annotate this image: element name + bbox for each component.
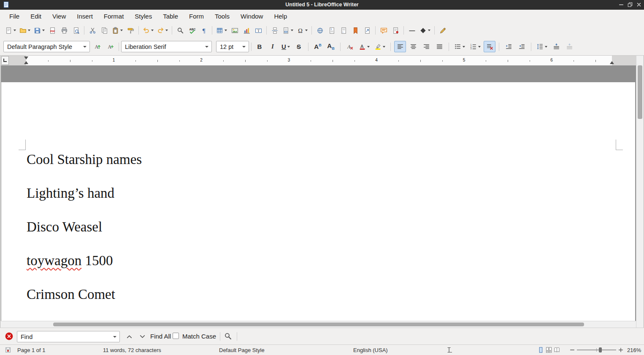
underline-button[interactable]: U: [280, 41, 292, 52]
spelling-button[interactable]: ABC: [186, 25, 198, 36]
insert-field-button[interactable]: [281, 25, 295, 36]
new-document-button[interactable]: [3, 25, 18, 36]
decrease-paragraph-spacing-button[interactable]: [563, 41, 575, 52]
dropdown-arrow-icon[interactable]: [151, 30, 154, 31]
align-right-button[interactable]: [420, 41, 432, 52]
insert-bookmark-button[interactable]: [349, 25, 361, 36]
save-button[interactable]: [32, 25, 46, 36]
close-find-bar-button[interactable]: [5, 332, 13, 340]
clone-formatting-button[interactable]: [124, 25, 136, 36]
open-button[interactable]: [18, 25, 32, 36]
insert-special-character-button[interactable]: Ω: [295, 25, 309, 36]
insert-page-break-button[interactable]: [269, 25, 281, 36]
dropdown-arrow-icon[interactable]: [42, 30, 45, 31]
horizontal-scrollbar[interactable]: [1, 321, 636, 328]
increase-indent-button[interactable]: [503, 41, 514, 52]
subscript-button[interactable]: AB: [325, 41, 337, 52]
find-previous-button[interactable]: [123, 331, 135, 342]
new-style-button[interactable]: A: [105, 41, 116, 52]
document-modified-icon[interactable]: [5, 347, 11, 353]
titlebar[interactable]: Untitled 5 - LibreOffice Writer: [0, 0, 644, 10]
cut-button[interactable]: [87, 25, 98, 36]
insert-comment-button[interactable]: [378, 25, 390, 36]
align-justify-button[interactable]: [433, 41, 445, 52]
document-text[interactable]: Cool Starship namesLighting’s handDisco …: [27, 151, 616, 320]
restore-button[interactable]: [627, 2, 633, 8]
horizontal-scrollbar-thumb[interactable]: [53, 323, 584, 326]
chevron-down-icon[interactable]: [205, 46, 208, 48]
paragraph[interactable]: Crimson Comet: [27, 286, 616, 303]
dropdown-arrow-icon[interactable]: [165, 30, 168, 31]
menu-insert[interactable]: Insert: [71, 10, 98, 23]
dropdown-arrow-icon[interactable]: [463, 46, 465, 48]
italic-button[interactable]: I: [267, 41, 279, 52]
font-color-button[interactable]: A: [357, 41, 371, 52]
formatting-marks-button[interactable]: ¶: [198, 25, 210, 36]
paragraph[interactable]: Disco Weasel: [27, 218, 616, 235]
minimize-button[interactable]: [618, 2, 624, 8]
insert-table-button[interactable]: [214, 25, 229, 36]
menu-tools[interactable]: Tools: [209, 10, 235, 23]
increase-paragraph-spacing-button[interactable]: [550, 41, 562, 52]
export-pdf-button[interactable]: PDF: [46, 25, 58, 36]
dropdown-arrow-icon[interactable]: [28, 30, 30, 31]
horizontal-ruler[interactable]: 123456: [1, 56, 636, 66]
update-style-button[interactable]: A: [92, 41, 103, 52]
insert-horizontal-line-button[interactable]: [406, 25, 418, 36]
menu-window[interactable]: Window: [235, 10, 268, 23]
dropdown-arrow-icon[interactable]: [383, 46, 385, 48]
paragraph-style-combo[interactable]: Default Paragraph Style: [3, 41, 90, 52]
bullet-list-button[interactable]: [452, 41, 467, 52]
zoom-slider-thumb[interactable]: [599, 347, 602, 352]
menu-styles[interactable]: Styles: [129, 10, 157, 23]
zoom-level[interactable]: 216%: [627, 347, 641, 353]
menu-view[interactable]: View: [47, 10, 71, 23]
find-next-button[interactable]: [136, 331, 148, 342]
find-input[interactable]: Find: [17, 331, 120, 342]
insert-text-box-button[interactable]: T: [252, 25, 264, 36]
align-left-button[interactable]: [394, 41, 406, 52]
dropdown-arrow-icon[interactable]: [367, 46, 370, 48]
tab-stop-selector[interactable]: [1, 56, 9, 65]
menu-file[interactable]: File: [4, 10, 25, 23]
find-all-button[interactable]: Find All: [150, 333, 171, 340]
dropdown-arrow-icon[interactable]: [120, 30, 123, 31]
dropdown-arrow-icon[interactable]: [545, 46, 547, 48]
ordered-list-button[interactable]: 1.2.3.: [468, 41, 482, 52]
dropdown-arrow-icon[interactable]: [14, 30, 16, 31]
vertical-scrollbar-thumb[interactable]: [638, 65, 642, 119]
insert-cross-reference-button[interactable]: [361, 25, 373, 36]
match-case-checkbox[interactable]: [173, 333, 179, 339]
chevron-down-icon[interactable]: [83, 46, 87, 48]
insert-chart-button[interactable]: [241, 25, 252, 36]
insert-image-button[interactable]: [229, 25, 241, 36]
dropdown-arrow-icon[interactable]: [287, 46, 290, 48]
text-cursor-icon[interactable]: [446, 347, 452, 353]
close-button[interactable]: [636, 2, 642, 8]
undo-button[interactable]: [141, 25, 155, 36]
paragraph[interactable]: Lighting’s hand: [27, 185, 616, 202]
first-line-indent-marker[interactable]: [24, 56, 28, 59]
single-page-view-button[interactable]: [538, 347, 544, 353]
copy-button[interactable]: [98, 25, 110, 36]
right-indent-marker[interactable]: [610, 61, 614, 64]
track-changes-button[interactable]: [390, 25, 401, 36]
find-and-replace-icon[interactable]: [224, 332, 232, 340]
clear-formatting-button[interactable]: A: [344, 41, 356, 52]
paragraph[interactable]: Cool Starship names: [27, 151, 616, 168]
paragraph[interactable]: toywagon 1500: [27, 252, 616, 269]
superscript-button[interactable]: AB: [312, 41, 324, 52]
dropdown-arrow-icon[interactable]: [428, 30, 430, 31]
font-size-combo[interactable]: 12 pt: [216, 41, 249, 52]
word-count-status[interactable]: 11 words, 72 characters: [103, 347, 161, 353]
insert-hyperlink-button[interactable]: [314, 25, 326, 36]
paste-button[interactable]: [110, 25, 124, 36]
strikethrough-button[interactable]: S: [293, 41, 305, 52]
decrease-indent-button[interactable]: [516, 41, 528, 52]
dropdown-arrow-icon[interactable]: [478, 46, 481, 48]
menu-table[interactable]: Table: [157, 10, 184, 23]
left-indent-marker[interactable]: [24, 61, 28, 64]
page-number-status[interactable]: Page 1 of 1: [17, 347, 46, 353]
dropdown-arrow-icon[interactable]: [291, 30, 293, 31]
menu-format[interactable]: Format: [98, 10, 130, 23]
